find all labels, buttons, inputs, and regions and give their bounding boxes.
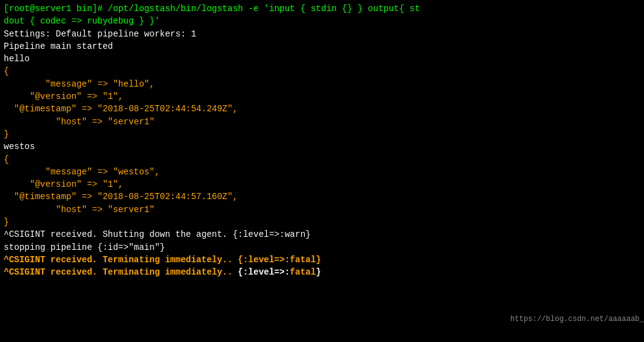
csigint3-line: ^CSIGINT received. Terminating immediate… — [4, 266, 640, 278]
message2-line: "message" => "westos", — [4, 166, 640, 178]
stopping-line: stopping pipeline {:id=>"main"} — [4, 241, 640, 254]
cmd-line2: dout { codec => rubydebug } }' — [4, 15, 640, 27]
host2-line: "host" => "server1" — [4, 203, 640, 216]
brace-open2: { — [4, 153, 640, 166]
timestamp2-line: "@timestamp" => "2018-08-25T02:44:57.160… — [4, 190, 640, 203]
csigint2-line: ^CSIGINT received. Terminating immediate… — [4, 254, 640, 266]
timestamp1-line: "@timestamp" => "2018-08-25T02:44:54.249… — [4, 103, 640, 115]
brace-close1: } — [4, 128, 640, 140]
terminal-window: [root@server1 bin]# /opt/logstash/bin/lo… — [0, 0, 644, 342]
version2-line: "@version" => "1", — [4, 178, 640, 190]
version1-line: "@version" => "1", — [4, 90, 640, 103]
watermark: https://blog.csdn.net/aaaaaab_ — [510, 314, 644, 325]
pipeline-started-line: Pipeline main started — [4, 40, 640, 53]
host1-line: "host" => "server1" — [4, 116, 640, 128]
settings-line: Settings: Default pipeline workers: 1 — [4, 28, 640, 40]
brace-close2: } — [4, 216, 640, 228]
hello-input-line: hello — [4, 53, 640, 65]
cmd-line1: [root@server1 bin]# /opt/logstash/bin/lo… — [4, 2, 640, 15]
westos-input-line: westos — [4, 140, 640, 153]
csigint1-line: ^CSIGINT received. Shutting down the age… — [4, 228, 640, 241]
brace-open1: { — [4, 65, 640, 77]
message1-line: "message" => "hello", — [4, 78, 640, 90]
